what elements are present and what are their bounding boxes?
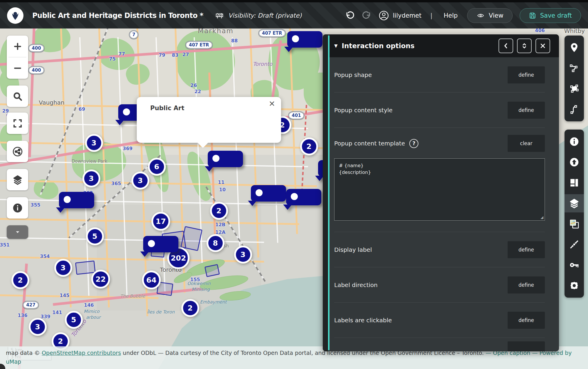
popup-content-template-clear-button[interactable]: clear	[508, 135, 545, 152]
zoom-out-button[interactable]	[7, 57, 28, 79]
map-pin-body	[286, 189, 321, 205]
attribution-prefix: map data ©	[6, 350, 42, 356]
display-label-define-button[interactable]: define	[508, 241, 545, 258]
collapse-triangle-icon[interactable]: ▼	[334, 43, 338, 48]
next-row-clipped-button[interactable]	[508, 341, 545, 351]
map-pin-body	[208, 151, 243, 167]
draw-polyline-button[interactable]	[565, 59, 584, 77]
change-basemap-button[interactable]	[565, 215, 584, 233]
help-question-icon[interactable]: ?	[409, 139, 418, 148]
user-menu[interactable]: lilydemet	[378, 10, 422, 21]
app-header: Public Art and Heritage Districts in Tor…	[0, 2, 588, 28]
permissions-button[interactable]	[565, 256, 584, 274]
map-pin-dot	[123, 108, 130, 115]
road-ref-number: 83	[172, 52, 178, 58]
map-cluster[interactable]: 3	[234, 246, 252, 264]
display-label-row: Display label define	[334, 232, 545, 267]
map-cluster[interactable]: 2	[210, 202, 228, 220]
more-controls-button[interactable]	[7, 225, 28, 239]
map-cluster[interactable]: 2	[11, 271, 29, 289]
map-cluster[interactable]: 5	[65, 311, 83, 329]
park-area	[172, 28, 239, 94]
search-button[interactable]	[7, 85, 28, 107]
road-ref-number: 27	[183, 52, 189, 57]
popup-close-icon[interactable]: ×	[268, 99, 275, 107]
road-ref-number: 22	[195, 89, 201, 94]
map-cluster[interactable]: 3	[85, 134, 103, 152]
map-cluster[interactable]: 2	[300, 137, 318, 155]
center-arrows-icon	[569, 239, 579, 250]
popup-content-template-input[interactable]: # {name} {description}	[334, 158, 545, 221]
manage-layers-button[interactable]	[565, 194, 584, 212]
undo-button[interactable]	[345, 11, 355, 20]
map-label: Mimico	[84, 309, 99, 314]
layers-browser-button[interactable]	[7, 169, 28, 190]
popup-content-style-define-button[interactable]: define	[508, 102, 545, 119]
map-label: The Bubble	[120, 293, 145, 299]
map-cluster[interactable]: 3	[29, 318, 47, 336]
draw-polygon-button[interactable]	[565, 80, 584, 98]
popup-content-template-label: Popup content template	[334, 140, 405, 147]
map-pin[interactable]	[244, 185, 261, 206]
umap-logo-icon[interactable]	[7, 7, 23, 24]
map-pin[interactable]	[52, 192, 69, 213]
map-cluster[interactable]: 17	[151, 212, 170, 231]
panel-close-button[interactable]	[535, 38, 550, 53]
settings-button[interactable]	[565, 276, 584, 295]
labels-clickable-define-button[interactable]: define	[508, 312, 545, 329]
heritage-district-polygon[interactable]	[75, 261, 96, 275]
about-button[interactable]	[7, 197, 28, 219]
map-cluster[interactable]: 64	[142, 271, 161, 289]
import-data-button[interactable]	[565, 153, 584, 171]
layers-stack-icon	[569, 198, 580, 209]
panel-title-label: Interaction options	[342, 42, 415, 50]
edit-toolbar	[565, 130, 584, 298]
map-pin-dot	[64, 196, 71, 203]
map-label: arbour	[86, 315, 101, 320]
template-textarea-wrapper: # {name} {description} ◢	[334, 158, 545, 222]
map-pin[interactable]	[279, 189, 296, 210]
osm-contributors-link[interactable]: OpenStreetMap contributors	[42, 350, 121, 356]
zoom-in-button[interactable]	[7, 36, 28, 57]
map-cluster[interactable]: 3	[131, 172, 149, 189]
popup-content-style-row: Popup content style define	[334, 93, 545, 128]
view-button[interactable]: View	[467, 8, 513, 23]
center-map-button[interactable]	[565, 235, 584, 254]
road-ref-number: 136	[18, 313, 27, 318]
draw-curve-button[interactable]	[565, 100, 584, 118]
map-pin[interactable]	[136, 236, 153, 257]
map-cluster[interactable]: 2	[181, 299, 199, 317]
map-details-button[interactable]	[565, 132, 584, 151]
save-draft-button[interactable]: Save draft	[520, 8, 581, 23]
map-pin[interactable]	[111, 104, 128, 125]
map-pin[interactable]	[281, 31, 297, 52]
popup-content-style-label: Popup content style	[334, 107, 508, 114]
redo-button[interactable]	[362, 11, 371, 20]
popup-shape-row: Popup shape define	[334, 57, 545, 93]
map-title[interactable]: Public Art and Heritage Districts in Tor…	[32, 11, 203, 20]
polygon-icon	[569, 83, 579, 94]
panel-resize-button[interactable]	[517, 38, 532, 53]
draw-marker-button[interactable]	[565, 38, 584, 57]
share-button[interactable]	[7, 141, 28, 162]
map-cluster[interactable]: 22	[91, 270, 110, 289]
map-canvas[interactable]: MarkhamWhitbyVaughanTorontoTorontoToront…	[0, 28, 588, 369]
visibility-status[interactable]: Visibility: Draft (private)	[214, 11, 302, 20]
panel-body: Popup shape define Popup content style d…	[330, 57, 559, 351]
road-ref-number: 26	[190, 83, 197, 88]
label-direction-define-button[interactable]: define	[508, 276, 545, 293]
map-cluster[interactable]: 3	[54, 259, 72, 277]
map-cluster[interactable]: 3	[82, 170, 100, 187]
fullscreen-button[interactable]	[7, 113, 28, 134]
map-cluster[interactable]: 5	[86, 227, 104, 245]
map-cluster[interactable]: 8	[207, 234, 224, 252]
label-direction-row: Label direction define	[334, 267, 545, 303]
popup-shape-define-button[interactable]: define	[508, 66, 545, 83]
map-pin[interactable]	[201, 151, 217, 172]
panel-back-button[interactable]	[499, 38, 513, 53]
help-link[interactable]: Help	[441, 12, 460, 19]
umap-link[interactable]: uMap	[6, 358, 21, 365]
map-cluster[interactable]: 6	[148, 158, 166, 176]
panel-title[interactable]: ▼ Interaction options	[334, 42, 415, 50]
dashboard-button[interactable]	[565, 174, 584, 192]
